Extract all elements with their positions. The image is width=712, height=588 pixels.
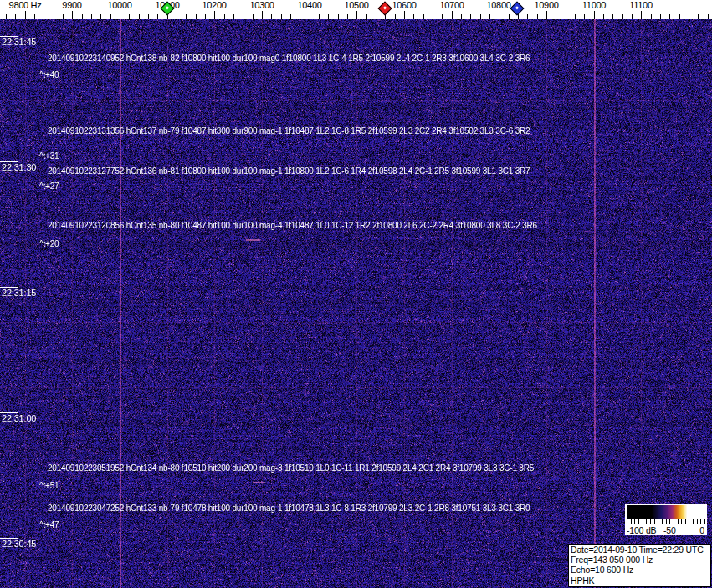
ruler-tick xyxy=(679,14,680,19)
colorbar-labels: -100 dB -50 0 xyxy=(627,525,705,535)
detection-log-line: 20140910223047252 hCnt133 nb-79 f10478 h… xyxy=(48,504,530,513)
ruler-frequency-label: 11100 xyxy=(612,0,670,10)
ruler-tick xyxy=(395,14,396,19)
ruler-tick xyxy=(25,11,26,19)
marker-center-dot xyxy=(383,6,387,9)
ruler-tick xyxy=(186,14,187,19)
event-edge-mark: ` xyxy=(2,52,5,62)
info-echo-frequency: Echo=10 600 Hz xyxy=(571,565,710,575)
ruler-tick xyxy=(214,11,215,19)
ruler-tick xyxy=(6,14,7,19)
event-edge-mark: ` xyxy=(2,462,5,472)
ruler-tick xyxy=(366,14,367,19)
ruler-tick xyxy=(509,14,510,19)
event-edge-mark: ` xyxy=(2,125,5,135)
colorbar-tick xyxy=(654,519,655,524)
colorbar-tick xyxy=(700,519,701,524)
ruler-tick xyxy=(698,14,699,19)
ruler-tick xyxy=(413,14,414,19)
info-station-id: HPHK xyxy=(571,575,710,585)
timestamp-label: 22:31:45 xyxy=(2,37,36,47)
event-edge-mark: ` xyxy=(2,479,5,489)
ruler-tick xyxy=(148,14,149,19)
colorbar-tick xyxy=(704,519,705,524)
ruler-tick xyxy=(243,14,243,19)
ruler-tick xyxy=(689,11,689,19)
time-offset-label: ^t+51 xyxy=(39,481,59,490)
ruler-tick xyxy=(356,11,357,19)
ruler-tick xyxy=(34,14,35,19)
ruler-tick xyxy=(461,14,462,19)
ruler-tick xyxy=(120,11,120,19)
event-edge-mark: ` xyxy=(2,150,5,160)
ruler-tick xyxy=(233,14,234,19)
timestamp-label: 22:31:30 xyxy=(2,162,36,172)
ruler-tick xyxy=(290,14,291,19)
spectrum-display-window: 9800 Hz990010000101001020010300104001050… xyxy=(0,0,712,588)
event-edge-mark: ` xyxy=(2,69,5,79)
ruler-tick xyxy=(603,14,604,19)
ruler-tick xyxy=(669,14,670,19)
timestamp-label: 22:30:45 xyxy=(2,539,36,549)
detection-log-line: 20140910223131356 hCnt137 nb-79 f10487 h… xyxy=(48,126,530,135)
ruler-tick xyxy=(328,14,329,19)
ruler-tick xyxy=(556,14,556,19)
event-edge-mark: ` xyxy=(2,180,5,190)
event-edge-mark: ` xyxy=(2,519,5,529)
event-edge-mark: ` xyxy=(2,502,5,512)
spectrogram-canvas[interactable] xyxy=(0,19,712,588)
time-offset-label: ^t+27 xyxy=(39,182,59,191)
colorbar-tick xyxy=(678,519,679,524)
ruler-tick xyxy=(224,14,225,19)
colorbar-tick xyxy=(627,519,627,524)
ruler-tick xyxy=(300,14,300,19)
time-offset-label: ^t+31 xyxy=(39,151,59,161)
colorbar-panel: -100 dB -50 0 xyxy=(625,504,707,535)
ruler-tick xyxy=(72,11,73,19)
ruler-tick xyxy=(518,14,519,19)
ruler-tick xyxy=(433,14,433,19)
event-edge-mark: ` xyxy=(2,238,5,248)
colorbar-ticks xyxy=(627,519,705,525)
colorbar-tick xyxy=(658,519,658,524)
detection-log-line: 20140910223127752 hCnt136 nb-81 f10800 h… xyxy=(48,166,530,176)
time-offset-label: ^t+40 xyxy=(39,70,59,79)
colorbar-tick xyxy=(674,519,674,524)
ruler-tick xyxy=(271,14,272,19)
colorbar-gradient xyxy=(627,505,705,519)
event-edge-mark: ` xyxy=(2,219,5,229)
ruler-tick xyxy=(566,14,566,19)
detection-log-line: 20140910223051952 hCnt134 nb-80 f10510 h… xyxy=(48,463,534,473)
frequency-ruler[interactable]: 9800 Hz990010000101001020010300104001050… xyxy=(0,0,712,19)
ruler-tick xyxy=(196,14,197,19)
ruler-tick xyxy=(338,14,339,19)
ruler-tick xyxy=(452,11,453,19)
ruler-tick xyxy=(499,11,499,19)
colorbar-tick xyxy=(666,519,667,524)
ruler-tick xyxy=(651,14,652,19)
ruler-tick xyxy=(177,14,177,19)
status-info-box: Date=2014-09-10 Time=22:29 UTC Freq=143 … xyxy=(568,544,711,587)
ruler-tick xyxy=(44,14,44,19)
colorbar-tick xyxy=(681,519,682,524)
detection-log-line: 20140910223140952 hCnt138 nb-82 f10800 h… xyxy=(48,54,530,63)
colorbar-tick xyxy=(689,519,689,524)
ruler-tick xyxy=(100,14,101,19)
ruler-tick xyxy=(129,14,130,19)
marker-center-dot xyxy=(515,6,519,9)
ruler-tick xyxy=(139,14,140,19)
colorbar-tick xyxy=(669,519,670,524)
timestamp-label: 22:31:15 xyxy=(2,288,36,298)
ruler-tick xyxy=(262,11,263,19)
ruler-tick xyxy=(404,11,405,19)
ruler-tick xyxy=(205,14,206,19)
ruler-tick xyxy=(91,14,92,19)
ruler-tick xyxy=(527,14,528,19)
colorbar-tick xyxy=(638,519,639,524)
time-offset-label: ^t+47 xyxy=(39,520,59,529)
ruler-tick xyxy=(442,14,443,19)
ruler-tick xyxy=(470,14,471,19)
ruler-tick xyxy=(376,14,376,19)
colorbar-mid-label: -50 xyxy=(663,525,676,535)
colorbar-tick xyxy=(634,519,635,524)
